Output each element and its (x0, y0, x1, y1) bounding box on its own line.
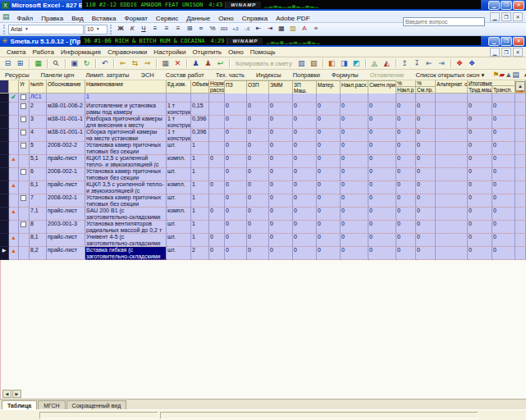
tab-table[interactable]: Таблица (2, 400, 37, 409)
cell-emm[interactable]: 0 (269, 234, 293, 247)
cell-smet[interactable]: 0 (368, 155, 396, 168)
align-center-button[interactable]: ≡ (161, 24, 172, 34)
workbook-close-button[interactable]: ✕ (513, 12, 523, 21)
cell-pz[interactable]: 0 (225, 116, 247, 129)
cell-code[interactable] (47, 94, 85, 103)
cell-smet[interactable]: 0 (368, 208, 396, 221)
cell-code[interactable]: прайс-лист (47, 181, 85, 194)
cell-ed[interactable] (515, 181, 526, 194)
excel-close-button[interactable]: ✕ (513, 1, 524, 10)
cell-ps[interactable]: 0 (416, 155, 436, 168)
formulas-button[interactable]: Формулы (328, 71, 362, 79)
cell-ozp[interactable]: 0 (247, 168, 269, 181)
cell-emm[interactable]: 0 (269, 168, 293, 181)
cell-ozp[interactable]: 0 (247, 116, 269, 129)
cell-alt[interactable] (436, 103, 468, 116)
smeta-menu-1[interactable]: Работа (29, 48, 57, 56)
cell-name[interactable]: КЦКЛ 3,5 с усиленной тепло- и звукоизоля… (85, 181, 167, 194)
cell-alt[interactable] (436, 116, 468, 129)
cell-pz[interactable]: 0 (225, 221, 247, 234)
excel-menu-3[interactable]: Вставка (88, 14, 121, 23)
smeta-restore-button[interactable]: ❐ (501, 37, 512, 46)
row-selector[interactable] (0, 155, 9, 168)
cell-unit[interactable]: шт. (167, 168, 191, 181)
cell-ed[interactable] (515, 208, 526, 221)
cell-name[interactable]: Установка камер приточных типовых без се… (85, 168, 167, 181)
row-checkbox[interactable] (21, 103, 26, 109)
increase-decimal-button[interactable]: +,0 (230, 24, 241, 34)
row-selector[interactable] (0, 142, 9, 155)
cell-alt[interactable] (436, 168, 468, 181)
font-color-button[interactable]: A (299, 24, 310, 34)
cell-mat[interactable]: 0 (317, 247, 341, 260)
column-header-pz[interactable]: ПЗ (225, 81, 247, 94)
cell-ps[interactable]: 0 (416, 247, 436, 260)
excel-menu-2[interactable]: Вид (67, 14, 87, 23)
smeta-menu-4[interactable]: Настройки (150, 48, 189, 56)
delete-icon[interactable]: ✕ (172, 58, 184, 69)
cell-vol[interactable]: 2 (191, 247, 209, 260)
cell-nakl[interactable]: 0 (341, 208, 368, 221)
cell-norma[interactable]: 0 (209, 181, 225, 194)
calculator-icon[interactable]: ▤ (512, 70, 519, 80)
save-icon[interactable]: ▣ (68, 58, 80, 69)
cell-pz[interactable]: 0 (225, 168, 247, 181)
excel-menu-8[interactable]: Справка (238, 14, 272, 23)
excel-menu-5[interactable]: Сервис (152, 14, 182, 23)
column-header-transp[interactable]: Трансп. (492, 86, 515, 94)
cell-norma[interactable] (209, 116, 225, 129)
cell-alt[interactable] (436, 142, 468, 155)
window-cyan-icon[interactable]: ◩ (350, 58, 363, 69)
column-header-mat[interactable]: Матер. (317, 81, 341, 94)
undo-icon[interactable]: ↶ (98, 58, 111, 69)
cell-zpm[interactable]: 0 (293, 234, 317, 247)
cell-norma[interactable]: 0 (209, 234, 225, 247)
cell-norma[interactable] (209, 94, 225, 103)
cell-name[interactable]: Установка вентиляторов радиальных массой… (85, 221, 167, 234)
row-selector[interactable] (0, 221, 9, 234)
cell-smet[interactable]: 0 (368, 168, 396, 181)
column-header-emm[interactable]: ЭММ (269, 81, 293, 94)
cell-alt[interactable] (436, 247, 468, 260)
cell-ozp[interactable]: 0 (247, 155, 269, 168)
cell-ps[interactable]: 0 (416, 221, 436, 234)
row-selector[interactable] (0, 234, 9, 247)
grid-icon[interactable]: ▦ (159, 58, 172, 69)
cell-vol[interactable]: 1 (191, 234, 209, 247)
borders-button[interactable]: ▦ (276, 24, 287, 34)
smeta-menu-5[interactable]: Отцепить (190, 48, 225, 56)
arrow-up-level-icon[interactable]: ↥ (399, 58, 411, 69)
cell-emm[interactable]: 0 (269, 116, 293, 129)
cell-pn[interactable]: 0 (396, 116, 416, 129)
column-header-num[interactable]: №п/п (30, 80, 47, 94)
cell-unit[interactable]: компл. (167, 155, 191, 168)
cell-nakl[interactable]: 0 (341, 234, 368, 247)
cell-name[interactable]: SAU 200 B1 (с заготовительно-складскими … (85, 208, 167, 221)
cell-pz[interactable] (225, 94, 247, 103)
smeta-close-button[interactable]: ✕ (513, 37, 524, 46)
cell-pz[interactable]: 0 (225, 181, 247, 194)
cell-name[interactable]: Сборка приточной камеры на месте установ… (85, 129, 167, 142)
refresh-icon[interactable]: ↻ (80, 58, 93, 69)
toolbar-grip[interactable] (3, 25, 6, 34)
row-checkbox[interactable] (21, 221, 26, 227)
decrease-decimal-button[interactable]: -,0 (241, 24, 253, 34)
cell-num[interactable]: 5,1 (30, 155, 47, 168)
cell-norma[interactable]: 0 (209, 247, 225, 260)
cell-zpm[interactable]: 0 (293, 221, 317, 234)
column-header-unit[interactable]: Ед.изм. (167, 80, 191, 94)
corrections-button[interactable]: Поправки (290, 71, 323, 79)
column-header-pn[interactable]: %Накл.р (396, 80, 416, 94)
cell-name[interactable]: Унивент 4-5 (с заготовительно-складскими… (85, 234, 167, 247)
cell-emm[interactable]: 0 (269, 129, 293, 142)
swap-icon[interactable]: ⇆ (129, 58, 141, 69)
cell-trud[interactable]: 0 (468, 234, 492, 247)
cell-vol[interactable]: 1 (191, 155, 209, 168)
smeta-menu-3[interactable]: Справочники (104, 48, 150, 56)
cell-zpm[interactable]: 0 (293, 181, 317, 194)
cell-transp[interactable]: 0 (492, 247, 515, 260)
cell-unit[interactable]: 1 т конструк (167, 129, 191, 142)
arrow-right-small-icon[interactable]: ⇥ (436, 58, 448, 69)
cell-zpm[interactable]: 0 (293, 194, 317, 208)
cell-num[interactable]: 7 (30, 194, 47, 208)
